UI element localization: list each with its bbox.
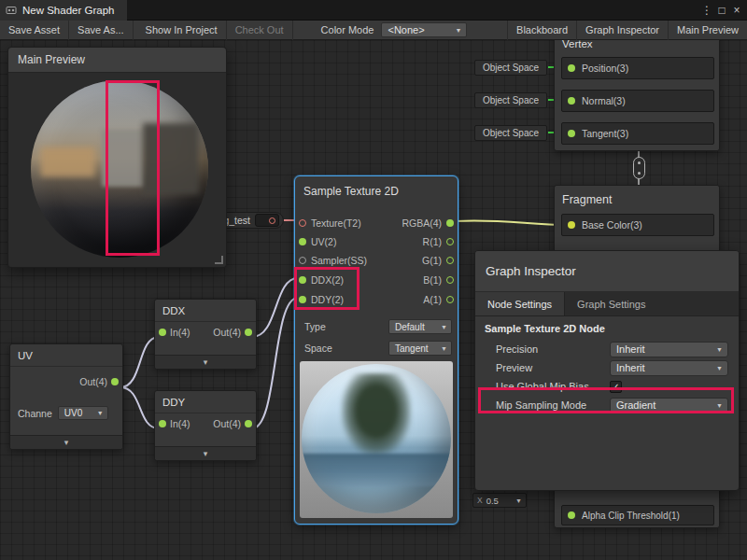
- port-dot[interactable]: [568, 97, 575, 105]
- setting-label: Mip Sampling Mode: [496, 399, 610, 411]
- uv-node-title[interactable]: UV: [10, 344, 122, 367]
- port-dot[interactable]: [159, 329, 166, 336]
- ddy-node[interactable]: DDY In(4) Out(4) ▾: [154, 390, 257, 461]
- chevron-down-icon: ▾: [64, 439, 69, 447]
- channel-dropdown[interactable]: UV0 ▼: [58, 406, 108, 420]
- port-label: Alpha Clip Threshold(1): [582, 511, 680, 521]
- port-label: Out(4): [79, 376, 107, 387]
- port-dot[interactable]: [299, 219, 306, 227]
- ddy-node-title[interactable]: DDY: [155, 391, 256, 413]
- main-preview-toggle-button[interactable]: Main Preview: [668, 21, 747, 40]
- chevron-down-icon: ▼: [716, 346, 723, 353]
- port-dot[interactable]: [299, 238, 306, 245]
- kebab-menu-icon[interactable]: ⋮: [699, 0, 714, 21]
- port-dot[interactable]: [111, 378, 119, 385]
- env-building-right: [143, 123, 200, 194]
- chevron-down-icon: ▼: [456, 27, 462, 34]
- fragment-port-alpha-clip: Alpha Clip Threshold(1): [561, 505, 714, 525]
- button-label: Save As...: [78, 24, 124, 35]
- input-port-texture: Texture(T2): [299, 216, 361, 231]
- port-label: DDY(2): [311, 294, 344, 305]
- resize-grip[interactable]: [215, 256, 223, 264]
- output-port-g: G(1): [422, 253, 454, 268]
- output-port-r: R(1): [423, 234, 454, 249]
- inspector-body: Sample Texture 2D Node Precision Inherit…: [475, 316, 739, 421]
- port-dot[interactable]: [446, 276, 454, 284]
- graph-inspector-panel: Graph Inspector Node Settings Graph Sett…: [474, 250, 740, 491]
- button-label: Graph Inspector: [585, 24, 659, 35]
- port-dot[interactable]: [568, 221, 575, 229]
- port-dot[interactable]: [159, 420, 166, 427]
- tab-graph-settings[interactable]: Graph Settings: [565, 292, 657, 315]
- env-building-center: [102, 130, 145, 187]
- sample-texture-2d-node[interactable]: Sample Texture 2D Texture(T2) UV(2) Samp…: [294, 175, 458, 525]
- input-port-uv: UV(2): [299, 234, 336, 249]
- save-asset-button[interactable]: Save Asset: [0, 21, 69, 40]
- ddx-out-port: Out(4): [213, 327, 252, 338]
- precision-dropdown[interactable]: Inherit ▼: [610, 342, 728, 357]
- port-label: Texture(T2): [311, 217, 361, 229]
- preview-dropdown[interactable]: Inherit ▼: [610, 360, 728, 376]
- port-dot[interactable]: [245, 329, 252, 336]
- port-dot[interactable]: [299, 276, 306, 284]
- axis-label: X: [477, 496, 483, 505]
- blackboard-toggle-button[interactable]: Blackboard: [507, 21, 576, 40]
- setting-value: Inherit: [616, 362, 645, 373]
- port-dot[interactable]: [446, 257, 454, 264]
- ddx-node[interactable]: DDX In(4) Out(4) ▾: [154, 299, 257, 370]
- document-tab[interactable]: New Shader Graph: [0, 0, 127, 21]
- port-dot[interactable]: [568, 130, 575, 137]
- show-in-project-button[interactable]: Show In Project: [137, 21, 227, 40]
- fragment-node-title: Fragment: [562, 193, 613, 206]
- env-building-left: [41, 147, 94, 175]
- uv-node[interactable]: UV Out(4) Channe UV0 ▼ ▾: [9, 343, 123, 450]
- mip-sampling-mode-dropdown[interactable]: Gradient ▼: [610, 398, 728, 413]
- port-dot[interactable]: [446, 296, 454, 303]
- port-dot[interactable]: [299, 296, 306, 303]
- object-space-label: Object Space: [483, 128, 539, 138]
- alpha-value-field[interactable]: X 0.5 ▼: [472, 493, 527, 508]
- tab-label: Graph Settings: [577, 299, 645, 310]
- toolbar: Save Asset Save As... Show In Project Ch…: [0, 21, 747, 40]
- output-port-b: B(1): [423, 273, 454, 287]
- collapse-button[interactable]: ▾: [10, 435, 122, 449]
- object-space-dropdown[interactable]: Object Space: [474, 92, 547, 108]
- save-as-button[interactable]: Save As...: [69, 21, 134, 40]
- main-preview-header[interactable]: Main Preview: [8, 48, 226, 73]
- port-dot[interactable]: [568, 64, 575, 72]
- port-label: Position(3): [582, 63, 628, 74]
- space-dropdown[interactable]: Tangent ▼: [388, 341, 452, 356]
- collapse-button[interactable]: ▾: [155, 355, 256, 369]
- vertex-node[interactable]: Vertex Position(3) Normal(3) Tangent(3): [554, 26, 720, 151]
- port-dot[interactable]: [446, 238, 454, 245]
- close-icon[interactable]: ×: [729, 0, 744, 21]
- block-connector-pill: [633, 157, 645, 179]
- main-preview-body: [8, 73, 226, 267]
- graph-inspector-header[interactable]: Graph Inspector: [475, 251, 739, 292]
- ddx-node-title[interactable]: DDX: [155, 300, 256, 322]
- tab-node-settings[interactable]: Node Settings: [475, 292, 565, 315]
- object-space-dropdown[interactable]: Object Space: [474, 60, 547, 76]
- texture-port-dot[interactable]: [269, 217, 275, 224]
- port-label: G(1): [422, 255, 442, 266]
- port-dot[interactable]: [446, 219, 454, 227]
- collapse-button[interactable]: ▾: [155, 446, 256, 460]
- uv-channel-row: Channe UV0 ▼: [18, 406, 117, 420]
- global-mip-bias-checkbox[interactable]: ✓: [610, 381, 622, 393]
- port-dot[interactable]: [568, 511, 575, 519]
- node-title-label: DDX: [162, 305, 185, 316]
- port-label: Sampler(SS): [311, 255, 367, 266]
- port-label: R(1): [423, 236, 442, 247]
- setting-value: Inherit: [616, 343, 645, 355]
- maximize-icon[interactable]: □: [714, 0, 729, 21]
- channel-label: Channe: [18, 408, 52, 419]
- color-mode-dropdown[interactable]: <None> ▼: [381, 22, 467, 37]
- port-dot[interactable]: [245, 420, 252, 427]
- node-preview-image: [300, 361, 453, 518]
- object-space-dropdown[interactable]: Object Space: [474, 125, 547, 141]
- port-label: Base Color(3): [582, 219, 642, 231]
- port-dot[interactable]: [299, 257, 306, 264]
- type-dropdown[interactable]: Default ▼: [388, 319, 452, 334]
- ddy-in-port: In(4): [159, 418, 190, 429]
- graph-inspector-toggle-button[interactable]: Graph Inspector: [576, 21, 668, 40]
